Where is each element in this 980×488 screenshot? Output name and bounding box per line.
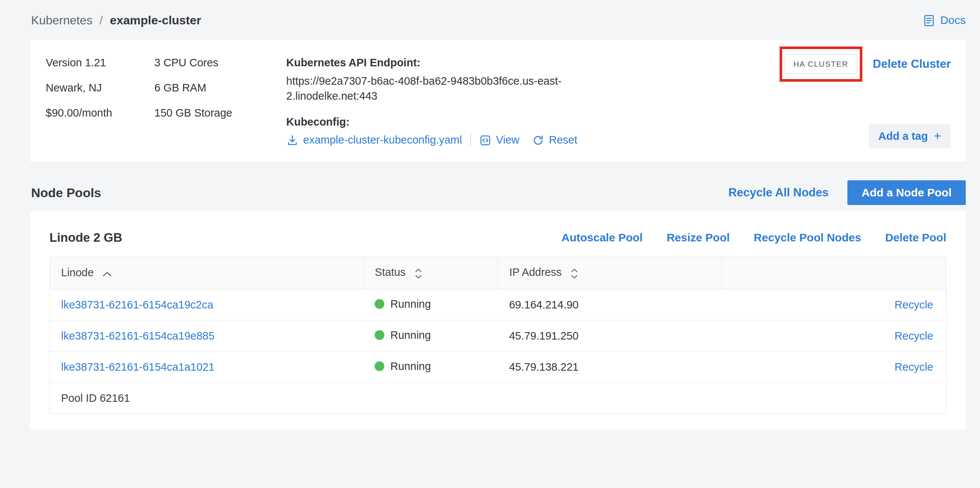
recycle-node-button[interactable]: Recycle (894, 330, 933, 342)
node-table: Linode Status IP Address (49, 257, 946, 414)
pool-name: Linode 2 GB (49, 231, 122, 245)
topbar: Kubernetes / example-cluster Docs (30, 11, 966, 30)
column-header-ip-address[interactable]: IP Address (498, 257, 722, 289)
ha-cluster-badge: HA CLUSTER (785, 54, 857, 74)
reset-kubeconfig-link[interactable]: Reset (532, 134, 577, 147)
cluster-actions-row: HA CLUSTER Delete Cluster (780, 46, 951, 82)
node-link[interactable]: lke38731-62161-6154ca19e885 (61, 330, 215, 342)
recycle-all-nodes-button[interactable]: Recycle All Nodes (728, 186, 829, 199)
recycle-node-button[interactable]: Recycle (894, 361, 933, 373)
spec-column-2: 3 CPU Cores 6 GB RAM 150 GB Storage (154, 56, 286, 148)
resize-pool-button[interactable]: Resize Pool (667, 231, 729, 244)
pool-head: Linode 2 GB Autoscale Pool Resize Pool R… (49, 231, 946, 245)
ha-cluster-annotation-highlight: HA CLUSTER (780, 46, 862, 82)
node-pools-header: Node Pools Recycle All Nodes Add a Node … (30, 180, 966, 205)
cluster-version: Version 1.21 (46, 56, 154, 70)
column-header-linode-label: Linode (61, 266, 94, 279)
add-tag-button[interactable]: Add a tag + (869, 124, 951, 148)
docs-link[interactable]: Docs (922, 13, 966, 27)
sort-toggle-icon (414, 266, 423, 279)
node-ip-address: 45.79.138.221 (498, 352, 722, 383)
status-running-dot-icon (375, 330, 384, 340)
view-label: View (496, 134, 519, 146)
node-link[interactable]: lke38731-62161-6154ca19c2ca (61, 299, 213, 311)
status-cell: Running (375, 360, 431, 373)
kubeconfig-divider (470, 134, 471, 146)
cluster-cpu: 3 CPU Cores (154, 56, 286, 70)
breadcrumb-divider: / (100, 13, 103, 27)
kubeconfig-file-name: example-cluster-kubeconfig.yaml (303, 134, 462, 146)
node-ip-address: 69.164.214.90 (498, 289, 722, 321)
recycle-node-button[interactable]: Recycle (894, 299, 933, 311)
api-endpoint-label: Kubernetes API Endpoint: (286, 56, 582, 70)
recycle-pool-nodes-button[interactable]: Recycle Pool Nodes (754, 231, 861, 244)
status-label: Running (390, 329, 431, 341)
status-running-dot-icon (375, 299, 384, 309)
column-header-status[interactable]: Status (363, 257, 498, 289)
spec-column-1: Version 1.21 Newark, NJ $90.00/month (46, 56, 154, 148)
node-table-header-row: Linode Status IP Address (50, 257, 946, 289)
cluster-summary-card: Version 1.21 Newark, NJ $90.00/month 3 C… (30, 40, 966, 161)
node-link[interactable]: lke38731-62161-6154ca1a1021 (61, 361, 215, 373)
breadcrumb-kubernetes-link[interactable]: Kubernetes (31, 13, 92, 27)
column-header-linode[interactable]: Linode (50, 257, 364, 289)
view-kubeconfig-link[interactable]: View (479, 134, 519, 147)
sort-toggle-icon (570, 266, 579, 279)
sort-ascending-icon (102, 267, 112, 279)
endpoint-column: Kubernetes API Endpoint: https://9e2a730… (286, 56, 582, 148)
summary-right-column: HA CLUSTER Delete Cluster Add a tag + (780, 56, 951, 148)
add-node-pool-button[interactable]: Add a Node Pool (847, 180, 966, 205)
cluster-region: Newark, NJ (46, 81, 154, 95)
code-view-icon (479, 134, 492, 147)
pool-id-label: Pool ID 62161 (50, 383, 946, 414)
delete-pool-button[interactable]: Delete Pool (885, 231, 946, 244)
node-ip-address: 45.79.191.250 (498, 321, 722, 352)
status-running-dot-icon (375, 361, 384, 371)
table-row: lke38731-62161-6154ca1a1021 Running 45.7… (50, 352, 946, 383)
breadcrumb: Kubernetes / example-cluster (31, 13, 201, 27)
page-title-cluster-name: example-cluster (110, 13, 201, 27)
table-row: lke38731-62161-6154ca19c2ca Running 69.1… (50, 289, 946, 321)
table-row: lke38731-62161-6154ca19e885 Running 45.7… (50, 321, 946, 352)
column-header-ip-label: IP Address (509, 266, 562, 278)
kubeconfig-label: Kubeconfig: (286, 115, 582, 129)
download-icon (286, 134, 299, 147)
api-endpoint-url: https://9e2a7307-b6ac-408f-ba62-9483b0b3… (286, 73, 569, 104)
node-pools-title: Node Pools (30, 185, 101, 200)
add-tag-label: Add a tag (878, 130, 928, 142)
column-header-actions (722, 257, 946, 289)
delete-cluster-button[interactable]: Delete Cluster (873, 57, 951, 71)
table-footer-row: Pool ID 62161 (50, 383, 946, 414)
kubeconfig-row: example-cluster-kubeconfig.yaml View (286, 134, 582, 147)
docs-label: Docs (940, 14, 966, 27)
page: Kubernetes / example-cluster Docs Versio… (0, 0, 980, 429)
reset-label: Reset (549, 134, 577, 146)
column-header-status-label: Status (375, 266, 406, 278)
autoscale-pool-button[interactable]: Autoscale Pool (562, 231, 643, 244)
node-pools-actions: Recycle All Nodes Add a Node Pool (728, 180, 966, 205)
status-label: Running (390, 360, 431, 373)
status-label: Running (390, 298, 431, 310)
pool-action-links: Autoscale Pool Resize Pool Recycle Pool … (562, 231, 946, 244)
kubeconfig-download-link[interactable]: example-cluster-kubeconfig.yaml (286, 134, 462, 147)
plus-icon: + (934, 129, 941, 143)
docs-icon (922, 13, 936, 27)
node-pool-card: Linode 2 GB Autoscale Pool Resize Pool R… (30, 211, 966, 429)
status-cell: Running (375, 298, 431, 310)
cluster-storage: 150 GB Storage (154, 106, 286, 120)
reset-icon (532, 134, 544, 147)
cluster-ram: 6 GB RAM (154, 81, 286, 95)
status-cell: Running (375, 329, 431, 341)
cluster-price: $90.00/month (46, 106, 154, 120)
